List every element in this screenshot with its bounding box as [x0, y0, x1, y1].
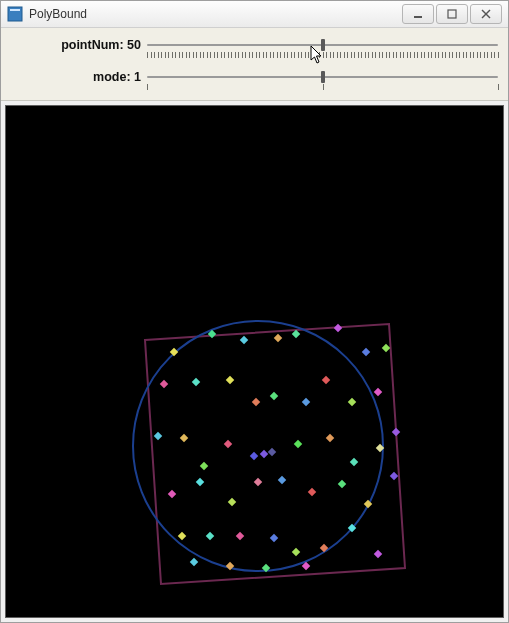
data-point [270, 534, 278, 542]
svg-rect-1 [10, 9, 20, 11]
app-window: PolyBound pointNum: 50 [0, 0, 509, 623]
app-icon [7, 6, 23, 22]
data-point [236, 532, 244, 540]
data-point [294, 440, 302, 448]
svg-rect-3 [448, 10, 456, 18]
pointnum-ticks-row [11, 52, 498, 62]
minimize-icon [412, 9, 424, 19]
data-point [362, 348, 370, 356]
data-point [302, 398, 310, 406]
bounding-circle [133, 321, 383, 571]
data-point [322, 376, 330, 384]
data-point [382, 344, 390, 352]
data-point [192, 378, 200, 386]
bounding-rect [145, 324, 405, 584]
mode-label: mode: 1 [11, 70, 147, 84]
mode-ticks-row [11, 84, 498, 94]
data-point [278, 476, 286, 484]
data-point [348, 398, 356, 406]
data-point [326, 434, 334, 442]
pointnum-label: pointNum: 50 [11, 38, 147, 52]
close-icon [480, 9, 492, 19]
data-point [154, 432, 162, 440]
data-point [308, 488, 316, 496]
slider-ticks [147, 84, 498, 92]
window-title: PolyBound [29, 7, 402, 21]
data-point [160, 380, 168, 388]
data-point [374, 388, 382, 396]
data-point [252, 398, 260, 406]
data-point [270, 392, 278, 400]
data-point [254, 478, 262, 486]
data-point [390, 472, 398, 480]
viewport [5, 105, 504, 618]
data-point [250, 452, 258, 460]
slider-thumb[interactable] [321, 39, 325, 51]
data-point [180, 434, 188, 442]
slider-thumb[interactable] [321, 71, 325, 83]
data-point [338, 480, 346, 488]
close-button[interactable] [470, 4, 502, 24]
data-point [274, 334, 282, 342]
data-point [374, 550, 382, 558]
data-point [196, 478, 204, 486]
window-buttons [402, 4, 502, 24]
slider-ticks [147, 52, 498, 60]
titlebar[interactable]: PolyBound [1, 1, 508, 28]
data-point [260, 450, 268, 458]
maximize-icon [446, 9, 458, 19]
data-point [268, 448, 276, 456]
data-point [392, 428, 400, 436]
scene-canvas [6, 106, 503, 617]
data-point [178, 532, 186, 540]
data-point [168, 490, 176, 498]
data-point [224, 440, 232, 448]
maximize-button[interactable] [436, 4, 468, 24]
control-panel: pointNum: 50 mode: 1 [1, 28, 508, 101]
data-point [292, 548, 300, 556]
data-point [350, 458, 358, 466]
data-point [240, 336, 248, 344]
svg-rect-2 [414, 16, 422, 18]
data-point [334, 324, 342, 332]
data-point [206, 532, 214, 540]
data-point [226, 376, 234, 384]
minimize-button[interactable] [402, 4, 434, 24]
data-point [200, 462, 208, 470]
data-point [190, 558, 198, 566]
data-point [228, 498, 236, 506]
